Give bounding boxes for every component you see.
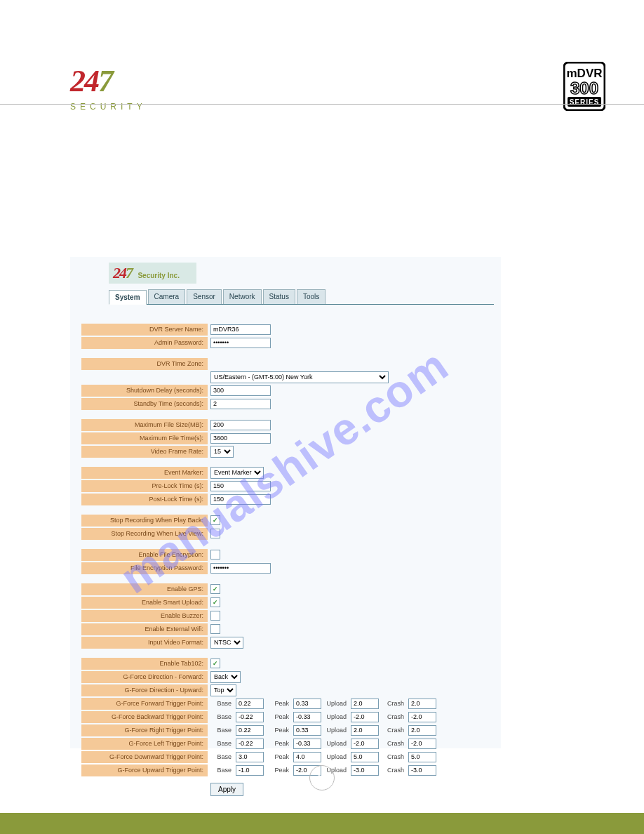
system-form: DVR Server Name: Admin Password: DVR Tim…: [70, 305, 501, 803]
gforce-upload-input[interactable]: [351, 765, 379, 776]
gforce-dir-upward-label: G-Force Direction - Upward:: [81, 684, 208, 696]
logo-24: 24: [70, 64, 98, 98]
gforce-upload-input[interactable]: [351, 739, 379, 749]
gforce-dir-forward-select[interactable]: Back: [210, 671, 241, 683]
document-header: 247 SECURITY mDVR 300 SERIES: [0, 0, 644, 119]
gforce-upload-input[interactable]: [351, 712, 379, 722]
enable-buzzer-checkbox[interactable]: [210, 611, 220, 621]
gforce-crash-label: Crash: [383, 767, 404, 774]
dvr-server-name-input[interactable]: [210, 324, 271, 335]
enable-file-enc-label: Enable File Encryption:: [81, 549, 208, 561]
gforce-peak-input[interactable]: [293, 752, 321, 762]
tab-sensor[interactable]: Sensor: [187, 289, 222, 304]
config-ui-screenshot: manualshive.com 247 Security Inc. System…: [70, 257, 501, 748]
gforce-base-label: Base: [210, 700, 232, 707]
event-marker-select[interactable]: Event Marker: [210, 467, 264, 479]
gforce-row-label: G-Force Backward Trigger Point:: [81, 711, 208, 723]
enable-tab102-label: Enable Tab102:: [81, 658, 208, 670]
gforce-base-input[interactable]: [236, 765, 264, 776]
max-file-time-input[interactable]: [210, 433, 271, 444]
gforce-peak-input[interactable]: [293, 725, 321, 736]
tab-camera[interactable]: Camera: [148, 289, 186, 304]
tab-status[interactable]: Status: [263, 289, 295, 304]
gforce-upload-label: Upload: [326, 713, 347, 720]
gforce-dir-forward-label: G-Force Direction - Forward:: [81, 671, 208, 683]
max-file-size-input[interactable]: [210, 420, 271, 430]
gforce-dir-upward-select[interactable]: Top: [210, 684, 236, 696]
inner-logo-bar: 247 Security Inc.: [70, 257, 501, 286]
gforce-base-input[interactable]: [236, 752, 264, 762]
dvr-timezone-select[interactable]: US/Eastern - (GMT-5:00) New York: [210, 371, 389, 383]
gforce-row-label: G-Force Upward Trigger Point:: [81, 764, 208, 776]
section-heading: SYSTEM CONFIGURATION: [70, 147, 227, 160]
enable-gps-checkbox[interactable]: ✓: [210, 584, 220, 594]
gforce-crash-input[interactable]: [408, 739, 436, 749]
intro-paragraph-1: The system's configuration is set at the…: [70, 168, 575, 194]
gforce-upload-label: Upload: [326, 700, 347, 707]
tab-bar: SystemCameraSensorNetworkStatusTools: [109, 289, 494, 305]
file-enc-pw-input[interactable]: [210, 563, 271, 574]
enable-gps-label: Enable GPS:: [81, 583, 208, 595]
gforce-peak-label: Peak: [268, 767, 289, 774]
gforce-row-label: G-Force Downward Trigger Point:: [81, 751, 208, 763]
gforce-crash-label: Crash: [383, 753, 404, 760]
enable-smart-upload-label: Enable Smart Upload:: [81, 597, 208, 609]
gforce-upload-input[interactable]: [351, 699, 379, 709]
post-lock-time-input[interactable]: [210, 494, 271, 505]
gforce-crash-input[interactable]: [408, 725, 436, 736]
event-marker-label: Event Marker:: [81, 467, 208, 479]
gforce-base-input[interactable]: [236, 712, 264, 722]
gforce-peak-label: Peak: [268, 740, 289, 747]
gforce-upload-input[interactable]: [351, 752, 379, 762]
enable-file-enc-checkbox[interactable]: [210, 550, 220, 560]
shutdown-delay-input[interactable]: [210, 385, 271, 396]
pre-lock-time-input[interactable]: [210, 481, 271, 491]
enable-ext-wifi-checkbox[interactable]: [210, 624, 220, 634]
intro-paragraph-2: To access System Configuration, a laptop…: [70, 201, 575, 226]
video-frame-rate-select[interactable]: 15: [210, 446, 234, 458]
enable-smart-upload-checkbox[interactable]: ✓: [210, 597, 220, 607]
enable-ext-wifi-label: Enable External Wifi:: [81, 623, 208, 635]
gforce-peak-label: Peak: [268, 753, 289, 760]
standby-time-input[interactable]: [210, 399, 271, 409]
gforce-upload-input[interactable]: [351, 725, 379, 736]
gforce-crash-label: Crash: [383, 727, 404, 734]
file-enc-pw-label: File Encryption Password:: [81, 562, 208, 574]
gforce-crash-input[interactable]: [408, 752, 436, 762]
standby-time-label: Standby Time (seconds):: [81, 398, 208, 410]
stop-rec-live-checkbox[interactable]: [210, 529, 220, 538]
apply-button[interactable]: Apply: [210, 783, 243, 796]
gforce-peak-input[interactable]: [293, 712, 321, 722]
logo-7: 7: [98, 64, 112, 98]
gforce-peak-input[interactable]: [293, 699, 321, 709]
gforce-upload-label: Upload: [326, 740, 347, 747]
gforce-base-input[interactable]: [236, 739, 264, 749]
post-lock-time-label: Post-Lock Time (s):: [81, 494, 208, 505]
footer-bar: [0, 813, 644, 834]
gforce-peak-input[interactable]: [293, 739, 321, 749]
gforce-base-label: Base: [210, 727, 232, 734]
gforce-upload-label: Upload: [326, 727, 347, 734]
inner-brand-logo: 247 Security Inc.: [109, 263, 196, 284]
max-file-size-label: Maximum File Size(MB):: [81, 419, 208, 431]
gforce-row-label: G-Force Right Trigger Point:: [81, 724, 208, 736]
shutdown-delay-label: Shutdown Delay (seconds):: [81, 385, 208, 397]
gforce-crash-input[interactable]: [408, 712, 436, 722]
gforce-crash-input[interactable]: [408, 699, 436, 709]
gforce-crash-label: Crash: [383, 700, 404, 707]
tab-tools[interactable]: Tools: [297, 289, 326, 304]
enable-tab102-checkbox[interactable]: ✓: [210, 658, 220, 668]
tab-network[interactable]: Network: [223, 289, 262, 304]
gforce-base-input[interactable]: [236, 725, 264, 736]
stop-rec-playback-checkbox[interactable]: ✓: [210, 515, 220, 525]
tab-system[interactable]: System: [109, 290, 147, 305]
gforce-peak-label: Peak: [268, 727, 289, 734]
gforce-crash-input[interactable]: [408, 765, 436, 776]
gforce-base-input[interactable]: [236, 699, 264, 709]
input-video-format-select[interactable]: NTSC: [210, 637, 243, 649]
video-frame-rate-label: Video Frame Rate:: [81, 446, 208, 458]
svg-text:300: 300: [570, 79, 598, 98]
admin-password-input[interactable]: [210, 338, 271, 348]
gforce-base-label: Base: [210, 713, 232, 720]
gforce-crash-label: Crash: [383, 740, 404, 747]
